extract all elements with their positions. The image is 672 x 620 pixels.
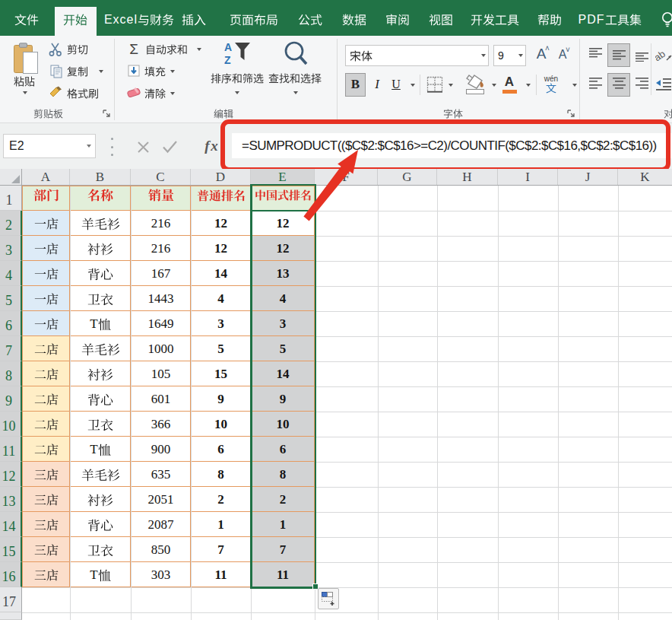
svg-text:A: A: [224, 41, 232, 53]
svg-text:Z: Z: [224, 54, 231, 66]
svg-text:ab: ab: [655, 48, 667, 64]
